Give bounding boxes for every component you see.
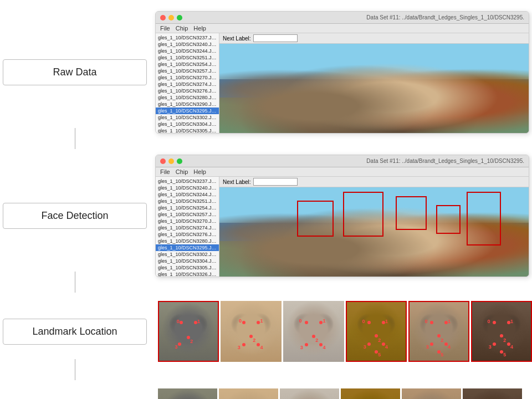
landmark-chip-4: 0 1 2 3 4 5 [346,301,407,362]
list-item[interactable]: gles_1_10/DSCN3302.JPG [156,114,219,121]
landmark-5-6 [500,350,503,354]
connector-line-3 [75,370,75,380]
landmark-4-4 [382,342,385,346]
raw-data-label: Raw Data [3,59,147,85]
aligned-seal-5 [402,388,461,399]
face-detection-label: Face Detection [3,203,147,229]
list-item[interactable]: gles_1_10/DSCN3251.JPG [156,198,219,204]
list-item[interactable]: gles_1_10/DSCN3257.JPG [156,211,219,218]
landmark-1-4 [382,321,385,324]
landmark-label-0-4: 0 [362,319,365,324]
chip-seal-4: 0 1 2 3 4 5 [347,302,406,361]
next-label-text-face: Next Label: [223,179,251,185]
aligned-chips [155,386,529,399]
list-item[interactable]: gles_1_10/DSCN3305.JPG [156,264,219,271]
list-item[interactable]: gles_1_10/DSCN3270.JPG [156,218,219,224]
list-item[interactable]: gles_1_10/DSCN3240.JPG [156,185,219,191]
face-detection-body: gles_1_10/DSCN3237.JPG gles_1_10/DSCN324… [156,177,529,277]
file-list-face[interactable]: gles_1_10/DSCN3237.JPG gles_1_10/DSCN324… [156,177,219,277]
menu-chip-face[interactable]: Chip [176,168,188,175]
connector-line-2 [75,283,75,293]
list-item[interactable]: gles_1_10/DSCN3290.JPG [156,101,219,108]
list-item-selected[interactable]: gles_1_10/DSCN3295.JPG [156,108,219,114]
list-item[interactable]: gles_1_10/DSCN3254.JPG [156,61,219,68]
landmark-label-0-3: 0 [299,318,302,324]
landmark-label-0: 0 [177,319,180,324]
list-item[interactable]: gles_1_10/DSCN3244.JPG [156,48,219,54]
landmark-chip-6: 0 1 2 3 4 5 [471,301,532,362]
chip-seal-3: 0 1 2 3 4 [283,301,344,362]
landmark-label-4-3: 4 [323,345,326,350]
close-button-face[interactable] [160,158,166,164]
next-label-input-face[interactable] [253,178,298,186]
landmark-chip-5: 0 1 2 3 4 5 [408,301,469,362]
landmark-label-0-2: 0 [239,318,242,324]
landmark-4-3 [319,343,323,346]
landmark-label-1-3: 1 [323,318,326,324]
list-item[interactable]: gles_1_10/DSCN3304.JPG [156,258,219,264]
landmark-3 [178,342,181,346]
minimize-button-face[interactable] [168,158,174,164]
list-item[interactable]: gles_1_10/DSCN3237.JPG [156,34,219,41]
list-item[interactable]: gles_1_10/DSCN3280.JPG [156,94,219,101]
list-item[interactable]: gles_1_10/DSCN3280.JPG [156,238,219,244]
list-item[interactable]: gles_1_10/DSCN3254.JPG [156,204,219,211]
raw-data-body: gles_1_10/DSCN3237.JPG gles_1_10/DSCN324… [156,33,529,133]
list-item[interactable]: gles_1_10/DSCN3237.JPG [156,178,219,185]
page-container: Raw Data Data Set #11: ../data/Brandt_Le… [0,0,532,399]
landmark-2-6 [500,334,503,337]
landmark-chip-3: 0 1 2 3 4 [283,301,344,362]
landmark-3-6 [493,342,496,346]
list-item[interactable]: gles_1_10/DSCN3302.JPG [156,251,219,258]
list-item[interactable]: gles_1_10/DSCN3304.JPG [156,121,219,127]
list-item[interactable]: gles_1_10/DSCN3274.JPG [156,81,219,88]
close-button[interactable] [160,15,166,21]
landmark-0-3 [305,321,308,324]
file-list-raw[interactable]: gles_1_10/DSCN3237.JPG gles_1_10/DSCN324… [156,33,219,133]
maximize-button-face[interactable] [177,158,182,164]
menu-chip[interactable]: Chip [176,25,188,32]
aligned-seal-4 [341,388,400,399]
landmark-0-5 [430,321,433,324]
traffic-lights-raw [160,15,182,21]
list-item[interactable]: gles_1_10/DSCN3240.JPG [156,41,219,48]
next-label-input[interactable] [253,34,298,42]
menu-bar-face: File Chip Help [156,167,529,177]
list-item[interactable]: gles_1_10/DSCN3274.JPG [156,224,219,231]
menu-bar-raw: File Chip Help [156,24,529,33]
chip-seal-1: 0 1 2 3 [159,302,218,361]
landmark-label-3-6: 3 [489,344,492,350]
landmark-0-2 [242,321,245,324]
menu-file[interactable]: File [160,25,170,32]
title-bar-raw: Data Set #11: ../data/Brandt_Ledges_Sing… [156,12,529,24]
list-item[interactable]: gles_1_10/DSCN3257.JPG [156,68,219,74]
aligned-seal-1 [158,388,217,399]
list-item[interactable]: gles_1_10/DSCN3244.JPG [156,191,219,198]
menu-file-face[interactable]: File [160,168,170,175]
landmark-1-2 [257,321,260,324]
seal-image-face [219,187,529,277]
landmark-label-3: 3 [175,344,178,350]
traffic-lights-face [160,158,182,164]
landmark-label-2-4: 2 [378,337,381,343]
landmark-1 [194,321,197,324]
list-item[interactable]: gles_1_10/DSCN3276.JPG [156,231,219,238]
maximize-button[interactable] [177,15,182,21]
landmark-label-1-2: 1 [260,318,263,324]
minimize-button[interactable] [168,15,174,21]
landmark-5-4 [375,350,378,354]
landmark-label-2: 2 [190,339,193,344]
raw-data-row: Raw Data Data Set #11: ../data/Brandt_Le… [0,6,532,139]
landmark-2-3 [312,335,315,338]
landmark-label-0-5: 0 [425,319,428,324]
landmark-label-1-6: 1 [510,319,513,324]
list-item[interactable]: gles_1_10/DSCN3276.JPG [156,88,219,94]
list-item-selected-face[interactable]: gles_1_10/DSCN3295.JPG [156,244,219,251]
raw-image-panel [219,44,529,133]
menu-help[interactable]: Help [193,25,206,32]
list-item[interactable]: gles_1_10/DSCN3270.JPG [156,74,219,81]
list-item[interactable]: gles_1_10/DSCN3251.JPG [156,54,219,61]
menu-help-face[interactable]: Help [193,168,206,175]
list-item[interactable]: gles_1_10/DSCN3305.JPG [156,127,219,133]
list-item[interactable]: gles_1_10/DSCN3326.JPG [156,271,219,277]
